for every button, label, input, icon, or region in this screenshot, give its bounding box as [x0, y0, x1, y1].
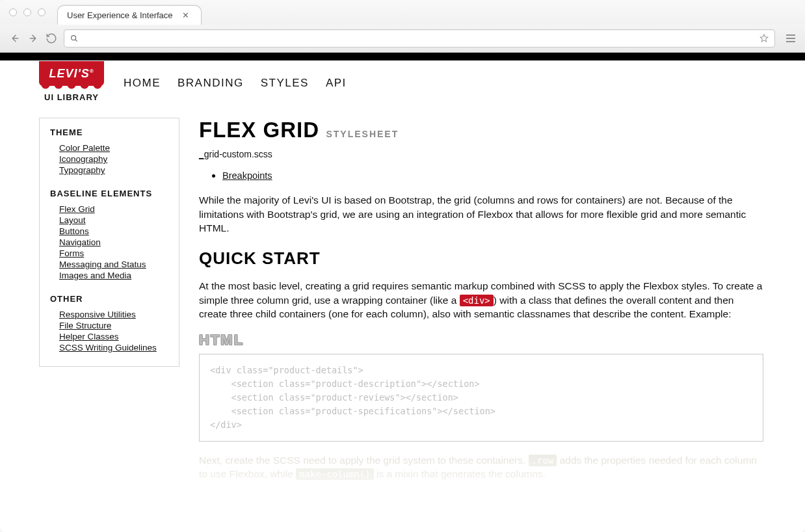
window-minimize-button[interactable] — [23, 8, 31, 16]
source-filename: _grid-custom.scss — [199, 149, 763, 159]
sidebar-item-flex-grid[interactable]: Flex Grid — [59, 204, 168, 215]
browser-tabstrip: User Experience & Interface ✕ — [0, 0, 805, 25]
main-content: FLEX GRID STYLESHEET _grid-custom.scss B… — [199, 118, 766, 532]
page-title: FLEX GRID — [199, 118, 319, 142]
bookmark-star-icon[interactable] — [759, 33, 769, 44]
logo-block[interactable]: LEVI'S® UI LIBRARY — [39, 61, 104, 102]
inline-code-row: .row — [529, 455, 557, 466]
sidebar-item-layout[interactable]: Layout — [59, 215, 168, 226]
sidebar-item-forms[interactable]: Forms — [59, 248, 168, 259]
window-close-button[interactable] — [9, 8, 17, 16]
address-input[interactable] — [84, 34, 754, 44]
inline-code-div: <div> — [460, 295, 494, 306]
nav-styles[interactable]: STYLES — [261, 77, 309, 90]
sidebar-item-color-palette[interactable]: Color Palette — [59, 142, 168, 153]
nav-branding[interactable]: BRANDING — [178, 77, 244, 90]
sidebar-item-navigation[interactable]: Navigation — [59, 237, 168, 248]
back-button[interactable] — [9, 33, 21, 44]
sidebar-item-iconography[interactable]: Iconography — [59, 153, 168, 165]
library-label: UI LIBRARY — [44, 92, 99, 102]
sidebar-item-typography[interactable]: Typography — [59, 165, 168, 176]
sidebar-group-baseline: BASELINE ELEMENTS Flex Grid Layout Butto… — [50, 189, 168, 281]
brand-name: LEVI'S® — [49, 67, 94, 81]
sidebar-item-messaging[interactable]: Messaging and Status — [59, 259, 168, 270]
sidebar-heading: OTHER — [50, 294, 168, 304]
nav-home[interactable]: HOME — [124, 77, 161, 90]
browser-tab-title: User Experience & Interface — [67, 10, 173, 20]
tab-close-icon[interactable]: ✕ — [179, 10, 192, 20]
faded-paragraph: Next, create the SCSS need to apply the … — [199, 453, 763, 481]
address-bar[interactable] — [64, 29, 775, 47]
page: LEVI'S® UI LIBRARY HOME BRANDING STYLES … — [0, 53, 805, 532]
sidebar-heading: BASELINE ELEMENTS — [50, 189, 168, 198]
site-header: LEVI'S® UI LIBRARY HOME BRANDING STYLES … — [0, 60, 805, 106]
expand-window-icon[interactable] — [795, 7, 796, 18]
reload-button[interactable] — [46, 33, 57, 44]
primary-nav: HOME BRANDING STYLES API — [124, 77, 347, 90]
content-area: THEME Color Palette Iconography Typograp… — [0, 106, 805, 532]
page-subtitle: STYLESHEET — [326, 129, 399, 139]
inline-code-make-column: make-column() — [296, 468, 374, 480]
code-block[interactable]: <div class="product-details"> <section c… — [199, 354, 763, 442]
quick-start-paragraph: At the most basic level, creating a grid… — [199, 279, 763, 321]
sidebar-item-buttons[interactable]: Buttons — [59, 226, 168, 237]
html-heading: HTML — [199, 332, 763, 349]
browser-toolbar — [0, 25, 805, 52]
nav-api[interactable]: API — [326, 77, 347, 90]
intro-paragraph: While the majority of Levi's UI is based… — [199, 193, 763, 235]
sidebar-item-images-media[interactable]: Images and Media — [59, 270, 168, 281]
title-row: FLEX GRID STYLESHEET — [199, 118, 763, 142]
anchor-list: Breakpoints — [199, 170, 763, 181]
sidebar-group-theme: THEME Color Palette Iconography Typograp… — [50, 127, 168, 176]
top-black-bar — [0, 53, 805, 60]
forward-button[interactable] — [27, 33, 39, 44]
search-icon — [70, 34, 79, 43]
menu-button[interactable] — [785, 34, 796, 43]
window-maximize-button[interactable] — [38, 8, 46, 16]
browser-tab[interactable]: User Experience & Interface ✕ — [57, 5, 202, 25]
sidebar-item-responsive-utilities[interactable]: Responsive Utilities — [59, 309, 168, 320]
levis-logo: LEVI'S® — [39, 61, 104, 86]
sidebar-item-scss-guidelines[interactable]: SCSS Writing Guidelines — [59, 342, 168, 353]
sidebar: THEME Color Palette Iconography Typograp… — [39, 118, 179, 367]
quick-start-heading: QUICK START — [199, 248, 763, 269]
window-controls — [9, 8, 57, 16]
browser-chrome: User Experience & Interface ✕ — [0, 0, 805, 53]
sidebar-item-file-structure[interactable]: File Structure — [59, 320, 168, 331]
sidebar-heading: THEME — [50, 127, 168, 137]
sidebar-group-other: OTHER Responsive Utilities File Structur… — [50, 294, 168, 353]
sidebar-item-helper-classes[interactable]: Helper Classes — [59, 331, 168, 342]
svg-point-0 — [72, 36, 76, 40]
anchor-breakpoints[interactable]: Breakpoints — [222, 170, 272, 181]
